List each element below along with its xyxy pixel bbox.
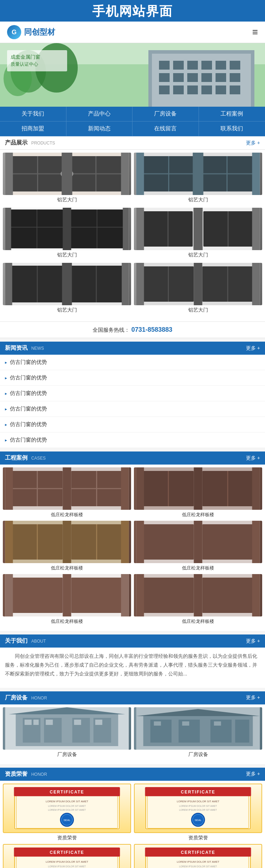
factory-title: 厂房设备: [5, 695, 28, 701]
svg-rect-138: [74, 720, 81, 725]
case-item[interactable]: 低庄松龙样板楼: [134, 574, 262, 625]
logo-bar: G 同创型材 ≡: [0, 22, 265, 43]
product-item[interactable]: 铝艺大门: [3, 153, 131, 205]
factory-image: [134, 707, 262, 750]
factory-more-button[interactable]: 更多 +: [246, 695, 260, 701]
svg-rect-17: [216, 73, 226, 82]
products-more-button[interactable]: 更多 +: [246, 140, 260, 146]
nav-item-join[interactable]: 招商加盟: [0, 122, 66, 136]
news-item[interactable]: 仿古门窗的优势: [0, 432, 265, 448]
svg-rect-111: [143, 524, 194, 560]
honor-item[interactable]: CERTIFICATE LOREM IPSUM DOLOR SIT AMET L…: [134, 844, 262, 868]
svg-rect-39: [62, 153, 72, 195]
honor-image: CERTIFICATE LOREM IPSUM DOLOR SIT AMET L…: [3, 784, 131, 833]
case-item[interactable]: 低庄松龙样板楼: [3, 521, 131, 571]
honor-section: 资质荣誉 HONOR 更多 + CERTIFICATE LOREM IPSUM …: [0, 768, 265, 868]
menu-button[interactable]: ≡: [252, 26, 258, 38]
logo-text: 同创型材: [24, 27, 55, 37]
cases-section: 工程案例 CASES 更多 + 低庄松龙样: [0, 451, 265, 631]
svg-rect-58: [123, 208, 129, 250]
svg-rect-23: [216, 85, 226, 94]
news-item[interactable]: 仿古门窗的优势: [0, 386, 265, 401]
product-item[interactable]: 铝艺大门: [134, 208, 262, 260]
honor-item[interactable]: CERTIFICATE LOREM IPSUM DOLOR SIT AMET L…: [134, 784, 262, 841]
news-item[interactable]: 仿古门窗的优势: [0, 370, 265, 386]
svg-rect-139: [95, 720, 102, 725]
honor-title-area: 资质荣誉 HONOR: [5, 770, 47, 778]
factory-item[interactable]: 厂房设备: [3, 707, 131, 758]
product-name: 铝艺大门: [134, 307, 262, 315]
hotline-number: 0731-8583883: [131, 326, 172, 333]
svg-rect-109: [63, 521, 71, 563]
case-item[interactable]: 低庄松龙样板楼: [134, 521, 262, 571]
nav-item-products[interactable]: 产品中心: [66, 107, 133, 122]
case-item[interactable]: 低庄松龙样板楼: [134, 467, 262, 518]
case-image: [3, 521, 131, 563]
news-title-area: 新闻资讯 NEWS: [5, 344, 44, 352]
svg-rect-20: [173, 85, 184, 94]
svg-rect-107: [5, 521, 13, 563]
honor-more-button[interactable]: 更多 +: [246, 771, 260, 777]
svg-rect-99: [136, 467, 144, 510]
honor-title-en: HONOR: [31, 772, 47, 777]
svg-rect-112: [202, 524, 253, 560]
case-name: 低庄松龙样板楼: [3, 618, 131, 625]
svg-text:LOREM IPSUM DOLOR SIT AMET: LOREM IPSUM DOLOR SIT AMET: [177, 860, 219, 863]
news-item[interactable]: 仿古门窗的优势: [0, 355, 265, 370]
products-title: 产品展示: [5, 140, 28, 146]
honor-item[interactable]: CERTIFICATE LOREM IPSUM DOLOR SIT AMET L…: [3, 784, 131, 841]
case-svg-3: [3, 521, 131, 563]
svg-rect-126: [252, 574, 260, 616]
case-image: [3, 574, 131, 616]
cases-more-button[interactable]: 更多 +: [246, 455, 260, 461]
product-item[interactable]: 铝艺大门: [134, 153, 262, 205]
case-item[interactable]: 低庄松龙样板楼: [3, 467, 131, 518]
honor-header: 资质荣誉 HONOR 更多 +: [0, 768, 265, 781]
factory-grid: 厂房设备 厂房设备: [0, 704, 265, 761]
svg-rect-125: [136, 574, 144, 616]
case-svg-1: [3, 467, 131, 510]
nav-item-factory[interactable]: 厂房设备: [132, 107, 199, 122]
svg-rect-113: [136, 521, 144, 563]
svg-rect-18: [230, 73, 240, 82]
svg-rect-118: [71, 578, 122, 613]
honor-item[interactable]: CERTIFICATE LOREM IPSUM DOLOR SIT AMET L…: [3, 844, 131, 868]
svg-rect-47: [136, 153, 144, 195]
nav-item-cases[interactable]: 工程案例: [199, 107, 265, 122]
svg-rect-136: [34, 720, 39, 725]
news-more-button[interactable]: 更多 +: [246, 345, 260, 352]
case-image: [134, 521, 262, 563]
svg-text:LOREM IPSUM DOLOR SIT AMET: LOREM IPSUM DOLOR SIT AMET: [46, 860, 88, 863]
product-item[interactable]: 铝艺大门: [3, 263, 131, 315]
svg-rect-10: [201, 61, 212, 70]
gate-svg-2: [134, 153, 262, 195]
case-name: 低庄松龙样板楼: [134, 512, 262, 518]
case-item[interactable]: 低庄松龙样板楼: [3, 574, 131, 625]
svg-rect-124: [202, 578, 253, 613]
svg-rect-67: [194, 208, 203, 250]
factory-section: 厂房设备 HONOR 更多 +: [0, 691, 265, 764]
case-svg-5: [3, 574, 131, 616]
news-item[interactable]: 仿古门窗的优势: [0, 401, 265, 417]
products-header: 产品展示 PRODUCTS 更多 +: [0, 136, 265, 150]
product-item[interactable]: 铝艺大门: [3, 208, 131, 260]
svg-text:CERTIFICATE: CERTIFICATE: [181, 850, 215, 855]
honor-image: CERTIFICATE LOREM IPSUM DOLOR SIT AMET L…: [134, 784, 262, 833]
nav-item-contact[interactable]: 联系我们: [199, 122, 265, 136]
svg-rect-12: [230, 61, 240, 70]
news-item[interactable]: 仿古门窗的优势: [0, 417, 265, 432]
about-more-button[interactable]: 更多 +: [246, 638, 260, 644]
case-image: [134, 574, 262, 616]
hotline-bar: 全国服务热线： 0731-8583883: [0, 321, 265, 338]
news-title: 新闻资讯: [5, 345, 28, 351]
svg-rect-108: [121, 521, 129, 563]
products-title-en: PRODUCTS: [31, 141, 55, 146]
product-item[interactable]: 铝艺大门: [134, 263, 262, 315]
nav-item-news[interactable]: 新闻动态: [66, 122, 133, 136]
nav-item-message[interactable]: 在线留言: [132, 122, 199, 136]
svg-rect-148: [182, 721, 189, 726]
factory-item[interactable]: 厂房设备: [134, 707, 262, 758]
factory-name: 厂房设备: [3, 751, 131, 758]
nav-item-about[interactable]: 关于我们: [0, 107, 66, 122]
cert-svg-3: CERTIFICATE LOREM IPSUM DOLOR SIT AMET L…: [6, 848, 128, 868]
